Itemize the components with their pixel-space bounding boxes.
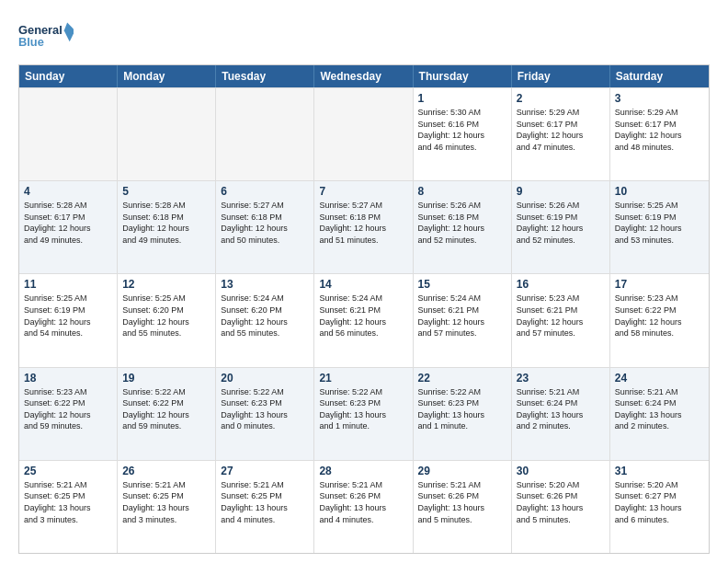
day-detail: Sunrise: 5:24 AM Sunset: 6:21 PM Dayligh… [418, 293, 506, 339]
day-number: 27 [221, 465, 309, 477]
calendar-cell: 27Sunrise: 5:21 AM Sunset: 6:25 PM Dayli… [216, 461, 314, 553]
calendar-cell: 29Sunrise: 5:21 AM Sunset: 6:26 PM Dayli… [414, 461, 512, 553]
day-number: 22 [418, 372, 506, 385]
calendar-header-day: Sunday [19, 65, 118, 87]
calendar-cell: 3Sunrise: 5:29 AM Sunset: 6:17 PM Daylig… [610, 88, 709, 180]
calendar-cell: 2Sunrise: 5:29 AM Sunset: 6:17 PM Daylig… [512, 88, 610, 180]
day-number: 16 [517, 278, 605, 291]
page-header: General Blue [18, 17, 710, 57]
day-detail: Sunrise: 5:20 AM Sunset: 6:27 PM Dayligh… [615, 479, 704, 525]
day-number: 19 [122, 372, 210, 385]
day-number: 28 [319, 465, 407, 477]
calendar-row: 4Sunrise: 5:28 AM Sunset: 6:17 PM Daylig… [19, 180, 709, 273]
day-number: 7 [319, 185, 407, 198]
day-detail: Sunrise: 5:26 AM Sunset: 6:19 PM Dayligh… [517, 200, 605, 246]
day-detail: Sunrise: 5:24 AM Sunset: 6:20 PM Dayligh… [221, 293, 309, 339]
day-number: 4 [24, 185, 112, 198]
day-number: 23 [517, 372, 605, 385]
day-number: 24 [615, 372, 704, 385]
day-number: 8 [418, 185, 506, 198]
day-number: 13 [221, 278, 309, 291]
calendar-cell: 31Sunrise: 5:20 AM Sunset: 6:27 PM Dayli… [610, 461, 709, 553]
day-number: 29 [418, 465, 506, 477]
day-number: 12 [122, 278, 210, 291]
calendar-cell: 16Sunrise: 5:23 AM Sunset: 6:21 PM Dayli… [512, 274, 610, 366]
day-detail: Sunrise: 5:25 AM Sunset: 6:19 PM Dayligh… [615, 200, 704, 246]
day-detail: Sunrise: 5:22 AM Sunset: 6:23 PM Dayligh… [221, 386, 309, 432]
day-number: 6 [221, 185, 309, 198]
calendar-cell: 4Sunrise: 5:28 AM Sunset: 6:17 PM Daylig… [19, 181, 118, 273]
day-number: 2 [517, 92, 605, 105]
calendar-cell: 19Sunrise: 5:22 AM Sunset: 6:22 PM Dayli… [118, 368, 216, 460]
day-detail: Sunrise: 5:22 AM Sunset: 6:22 PM Dayligh… [122, 386, 210, 432]
day-number: 14 [319, 278, 407, 291]
day-number: 9 [517, 185, 605, 198]
day-detail: Sunrise: 5:23 AM Sunset: 6:21 PM Dayligh… [517, 293, 605, 339]
calendar-cell: 26Sunrise: 5:21 AM Sunset: 6:25 PM Dayli… [118, 461, 216, 553]
calendar-row: 18Sunrise: 5:23 AM Sunset: 6:22 PM Dayli… [19, 367, 709, 460]
day-detail: Sunrise: 5:29 AM Sunset: 6:17 PM Dayligh… [615, 107, 704, 153]
day-detail: Sunrise: 5:21 AM Sunset: 6:25 PM Dayligh… [221, 479, 309, 525]
day-detail: Sunrise: 5:21 AM Sunset: 6:24 PM Dayligh… [615, 386, 704, 432]
svg-text:General: General [18, 23, 63, 37]
day-number: 17 [615, 278, 704, 291]
day-detail: Sunrise: 5:23 AM Sunset: 6:22 PM Dayligh… [615, 293, 704, 339]
calendar-cell: 20Sunrise: 5:22 AM Sunset: 6:23 PM Dayli… [216, 368, 314, 460]
day-number: 1 [418, 92, 506, 105]
day-detail: Sunrise: 5:22 AM Sunset: 6:23 PM Dayligh… [418, 386, 506, 432]
calendar-header: SundayMondayTuesdayWednesdayThursdayFrid… [19, 65, 709, 87]
day-number: 11 [24, 278, 112, 291]
day-detail: Sunrise: 5:21 AM Sunset: 6:25 PM Dayligh… [122, 479, 210, 525]
day-detail: Sunrise: 5:21 AM Sunset: 6:26 PM Dayligh… [418, 479, 506, 525]
calendar-cell: 15Sunrise: 5:24 AM Sunset: 6:21 PM Dayli… [414, 274, 512, 366]
calendar-cell: 6Sunrise: 5:27 AM Sunset: 6:18 PM Daylig… [216, 181, 314, 273]
calendar-cell: 22Sunrise: 5:22 AM Sunset: 6:23 PM Dayli… [414, 368, 512, 460]
calendar-cell: 21Sunrise: 5:22 AM Sunset: 6:23 PM Dayli… [314, 368, 413, 460]
calendar-cell: 11Sunrise: 5:25 AM Sunset: 6:19 PM Dayli… [19, 274, 118, 366]
day-number: 5 [122, 185, 210, 198]
calendar-cell: 8Sunrise: 5:26 AM Sunset: 6:18 PM Daylig… [414, 181, 512, 273]
day-detail: Sunrise: 5:28 AM Sunset: 6:17 PM Dayligh… [24, 200, 112, 246]
calendar-body: 1Sunrise: 5:30 AM Sunset: 6:16 PM Daylig… [19, 87, 709, 553]
calendar-cell: 12Sunrise: 5:25 AM Sunset: 6:20 PM Dayli… [118, 274, 216, 366]
calendar-header-day: Saturday [610, 65, 709, 87]
day-detail: Sunrise: 5:22 AM Sunset: 6:23 PM Dayligh… [319, 386, 407, 432]
calendar-cell: 9Sunrise: 5:26 AM Sunset: 6:19 PM Daylig… [512, 181, 610, 273]
calendar-row: 25Sunrise: 5:21 AM Sunset: 6:25 PM Dayli… [19, 460, 709, 553]
day-number: 18 [24, 372, 112, 385]
calendar-cell: 28Sunrise: 5:21 AM Sunset: 6:26 PM Dayli… [314, 461, 413, 553]
day-detail: Sunrise: 5:26 AM Sunset: 6:18 PM Dayligh… [418, 200, 506, 246]
calendar-cell [19, 88, 118, 180]
day-detail: Sunrise: 5:21 AM Sunset: 6:24 PM Dayligh… [517, 386, 605, 432]
day-number: 25 [24, 465, 112, 477]
day-number: 26 [122, 465, 210, 477]
day-number: 3 [615, 92, 704, 105]
day-detail: Sunrise: 5:29 AM Sunset: 6:17 PM Dayligh… [517, 107, 605, 153]
day-number: 21 [319, 372, 407, 385]
calendar-row: 11Sunrise: 5:25 AM Sunset: 6:19 PM Dayli… [19, 273, 709, 366]
calendar-row: 1Sunrise: 5:30 AM Sunset: 6:16 PM Daylig… [19, 87, 709, 180]
calendar-header-day: Friday [512, 65, 610, 87]
calendar: SundayMondayTuesdayWednesdayThursdayFrid… [18, 64, 710, 554]
day-detail: Sunrise: 5:20 AM Sunset: 6:26 PM Dayligh… [517, 479, 605, 525]
calendar-cell: 24Sunrise: 5:21 AM Sunset: 6:24 PM Dayli… [610, 368, 709, 460]
calendar-cell: 5Sunrise: 5:28 AM Sunset: 6:18 PM Daylig… [118, 181, 216, 273]
logo: General Blue [18, 17, 74, 57]
day-number: 31 [615, 465, 704, 477]
calendar-cell: 25Sunrise: 5:21 AM Sunset: 6:25 PM Dayli… [19, 461, 118, 553]
calendar-header-day: Thursday [414, 65, 512, 87]
calendar-header-day: Wednesday [314, 65, 413, 87]
svg-marker-2 [64, 23, 74, 42]
day-number: 15 [418, 278, 506, 291]
calendar-cell: 7Sunrise: 5:27 AM Sunset: 6:18 PM Daylig… [314, 181, 413, 273]
calendar-cell [314, 88, 413, 180]
day-detail: Sunrise: 5:27 AM Sunset: 6:18 PM Dayligh… [221, 200, 309, 246]
calendar-cell: 1Sunrise: 5:30 AM Sunset: 6:16 PM Daylig… [414, 88, 512, 180]
calendar-cell: 10Sunrise: 5:25 AM Sunset: 6:19 PM Dayli… [610, 181, 709, 273]
calendar-header-day: Monday [118, 65, 216, 87]
day-number: 30 [517, 465, 605, 477]
day-detail: Sunrise: 5:27 AM Sunset: 6:18 PM Dayligh… [319, 200, 407, 246]
day-number: 20 [221, 372, 309, 385]
calendar-cell: 17Sunrise: 5:23 AM Sunset: 6:22 PM Dayli… [610, 274, 709, 366]
calendar-header-day: Tuesday [216, 65, 314, 87]
